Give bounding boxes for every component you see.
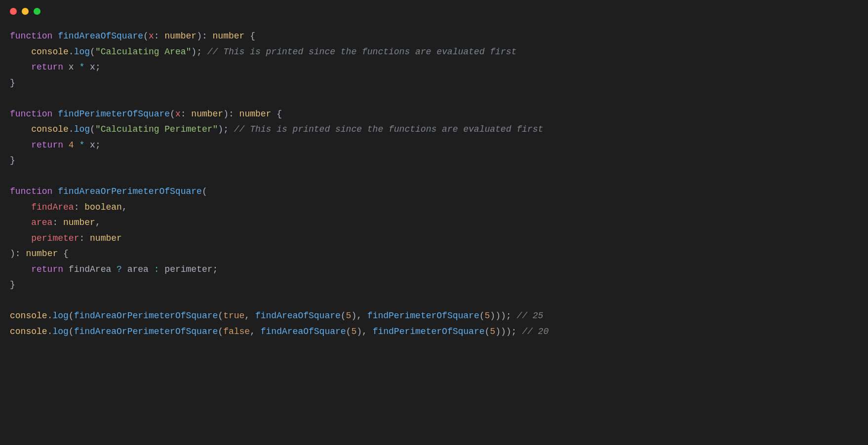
function-name: findPerimeterOfSquare (58, 109, 170, 119)
colon: : (229, 109, 234, 119)
number-literal: 4 (69, 140, 74, 150)
paren-close: ) (10, 249, 15, 259)
brace-open: { (276, 109, 282, 119)
code-content[interactable]: function findAreaOfSquare(x: number): nu… (0, 19, 868, 349)
comma: , (250, 327, 255, 336)
number-literal: 5 (346, 311, 352, 321)
type-number: number (213, 31, 245, 41)
comma: , (362, 327, 367, 336)
number-literal: 5 (351, 327, 356, 336)
type-number: number (164, 31, 197, 41)
semi: ; (512, 327, 517, 336)
maximize-button[interactable] (34, 8, 40, 15)
paren-close: ) (495, 327, 501, 336)
var-x: x (90, 140, 95, 150)
comma: , (244, 311, 250, 321)
paren-close: ) (495, 311, 501, 321)
code-editor-window: function findAreaOfSquare(x: number): nu… (0, 0, 868, 445)
paren-open: ( (143, 31, 149, 41)
method-log: log (74, 47, 90, 57)
paren-open: ( (346, 327, 352, 336)
operator-star: * (79, 140, 84, 150)
keyword-return: return (31, 264, 63, 274)
string-literal: "Calculating Perimeter" (95, 124, 218, 134)
operator-colon: : (154, 264, 159, 274)
paren-open: ( (479, 311, 485, 321)
brace-open: { (250, 31, 255, 41)
ident-console: console (31, 124, 69, 134)
function-call: findPerimeterOfSquare (367, 311, 479, 321)
colon: : (181, 109, 186, 119)
brace-close: } (10, 78, 15, 88)
function-call: findAreaOrPerimeterOfSquare (74, 311, 218, 321)
comment: // This is printed since the functions a… (234, 124, 544, 134)
minimize-button[interactable] (22, 8, 29, 15)
keyword-function: function (10, 186, 52, 196)
function-name: findAreaOrPerimeterOfSquare (58, 186, 202, 196)
semi: ; (223, 124, 229, 134)
method-log: log (52, 311, 68, 321)
paren-close: ) (223, 109, 229, 119)
type-number: number (26, 249, 58, 259)
keyword-return: return (31, 62, 63, 72)
method-log: log (74, 124, 90, 134)
param-x: x (149, 31, 154, 41)
brace-close: } (10, 280, 15, 290)
var-x: x (90, 62, 95, 72)
paren-close: ) (197, 31, 202, 41)
param-perimeter: perimeter (31, 233, 79, 243)
const-false: false (223, 327, 250, 336)
paren-close: ) (351, 311, 356, 321)
var-area: area (127, 264, 149, 274)
dot: . (47, 327, 53, 336)
paren-close: ) (506, 327, 512, 336)
paren-close: ) (356, 327, 362, 336)
colon: : (74, 202, 79, 212)
param-findArea: findArea (31, 202, 74, 212)
var-perimeter: perimeter (164, 264, 212, 274)
number-literal: 5 (485, 311, 490, 321)
comma: , (95, 218, 101, 227)
method-log: log (52, 327, 68, 336)
comment: // 25 (516, 311, 543, 321)
operator-star: * (79, 62, 84, 72)
function-call: findPerimeterOfSquare (373, 327, 485, 336)
paren-open: ( (90, 47, 95, 57)
operator-question: ? (117, 264, 122, 274)
paren-open: ( (69, 311, 74, 321)
colon: : (202, 31, 207, 41)
colon: : (79, 233, 84, 243)
comment: // 20 (522, 327, 549, 336)
paren-open: ( (218, 311, 223, 321)
number-literal: 5 (490, 327, 495, 336)
paren-open: ( (90, 124, 95, 134)
paren-close: ) (501, 311, 506, 321)
type-number: number (191, 109, 223, 119)
comma: , (356, 311, 362, 321)
paren-close: ) (490, 311, 495, 321)
dot: . (47, 311, 53, 321)
dot: . (69, 47, 74, 57)
brace-close: } (10, 155, 15, 165)
paren-open: ( (69, 327, 74, 336)
paren-open: ( (202, 186, 207, 196)
paren-close: ) (191, 47, 197, 57)
semi: ; (95, 140, 101, 150)
paren-close: ) (501, 327, 506, 336)
window-titlebar (0, 0, 868, 19)
comma: , (122, 202, 127, 212)
type-number: number (63, 218, 95, 227)
function-name: findAreaOfSquare (58, 31, 143, 41)
keyword-function: function (10, 109, 52, 119)
ident-console: console (10, 327, 47, 336)
paren-open: ( (341, 311, 346, 321)
paren-open: ( (485, 327, 490, 336)
paren-close: ) (218, 124, 223, 134)
type-number: number (239, 109, 272, 119)
close-button[interactable] (10, 8, 17, 15)
type-boolean: boolean (84, 202, 122, 212)
paren-open: ( (218, 327, 223, 336)
function-call: findAreaOfSquare (261, 327, 346, 336)
semi: ; (95, 62, 101, 72)
type-number: number (90, 233, 122, 243)
